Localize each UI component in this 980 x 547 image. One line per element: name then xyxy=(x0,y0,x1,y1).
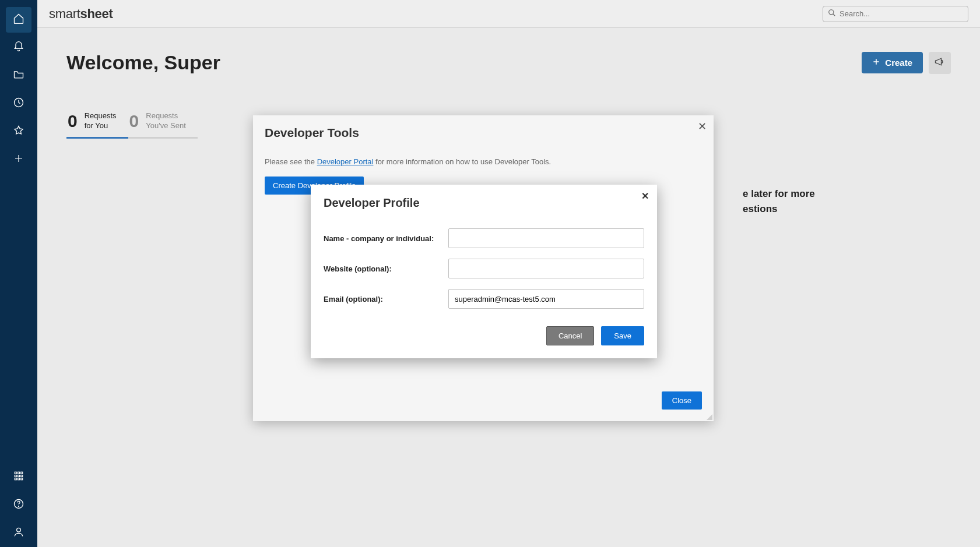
home-icon xyxy=(13,13,24,27)
search-icon xyxy=(828,9,836,19)
close-icon[interactable]: ✕ xyxy=(641,190,649,202)
svg-rect-5 xyxy=(18,475,20,477)
stat-label: Requests for You xyxy=(85,111,117,131)
sidebar-item-apps[interactable] xyxy=(6,464,31,490)
search-input[interactable] xyxy=(840,9,963,18)
save-button[interactable]: Save xyxy=(601,326,644,345)
developer-portal-link[interactable]: Developer Portal xyxy=(317,157,374,166)
sidebar-item-notifications[interactable] xyxy=(6,35,31,61)
svg-rect-6 xyxy=(21,475,23,477)
folder-icon xyxy=(13,69,24,83)
svg-rect-9 xyxy=(21,478,23,480)
svg-point-12 xyxy=(17,528,21,532)
email-field[interactable] xyxy=(448,289,644,309)
svg-point-11 xyxy=(19,506,19,507)
svg-rect-7 xyxy=(15,478,16,480)
website-field[interactable] xyxy=(448,259,644,278)
sidebar-item-help[interactable] xyxy=(6,492,31,518)
suggest-text-fragment: e later for more estions xyxy=(743,186,815,216)
sidebar-item-favorites[interactable] xyxy=(6,119,31,144)
sidebar-item-account[interactable] xyxy=(6,520,31,546)
announcements-button[interactable] xyxy=(929,52,951,74)
search-box[interactable] xyxy=(823,6,968,22)
sidebar-item-home[interactable] xyxy=(6,7,31,33)
close-icon[interactable]: ✕ xyxy=(698,120,707,133)
devtools-close-button[interactable]: Close xyxy=(662,391,702,410)
sidebar-item-recents[interactable] xyxy=(6,91,31,117)
plus-icon xyxy=(13,153,24,166)
svg-point-13 xyxy=(829,9,834,14)
help-icon xyxy=(13,498,24,512)
email-label: Email (optional): xyxy=(324,295,448,304)
bell-icon xyxy=(13,41,24,55)
clock-icon xyxy=(13,97,24,111)
star-icon xyxy=(13,125,24,139)
stat-count: 0 xyxy=(129,111,139,131)
create-button[interactable]: Create xyxy=(862,52,923,73)
tab-requests-for-you[interactable]: 0 Requests for You xyxy=(66,109,128,139)
person-icon xyxy=(13,526,24,540)
left-sidebar xyxy=(0,0,37,547)
plus-icon xyxy=(872,58,880,68)
name-field[interactable] xyxy=(448,228,644,248)
sidebar-item-add[interactable] xyxy=(6,147,31,172)
brand-logo: smartsheet xyxy=(49,6,113,22)
svg-rect-1 xyxy=(15,472,16,474)
resize-grip[interactable] xyxy=(705,413,712,420)
website-label: Website (optional): xyxy=(324,264,448,273)
devtools-description: Please see the Developer Portal for more… xyxy=(265,157,702,166)
page-title: Welcome, Super xyxy=(66,51,220,74)
svg-rect-8 xyxy=(18,478,20,480)
profile-title: Developer Profile xyxy=(324,196,644,210)
cancel-button[interactable]: Cancel xyxy=(546,326,594,345)
stat-count: 0 xyxy=(68,111,78,131)
stat-label: Requests You've Sent xyxy=(146,111,186,131)
developer-profile-modal: ✕ Developer Profile Name - company or in… xyxy=(311,185,657,358)
grid-icon xyxy=(13,471,24,484)
megaphone-icon xyxy=(934,56,946,70)
svg-rect-4 xyxy=(15,475,16,477)
create-button-label: Create xyxy=(885,58,912,68)
svg-rect-3 xyxy=(21,472,23,474)
top-bar: smartsheet xyxy=(37,0,980,28)
name-label: Name - company or individual: xyxy=(324,234,448,243)
tab-requests-sent[interactable]: 0 Requests You've Sent xyxy=(128,109,198,139)
svg-rect-2 xyxy=(18,472,20,474)
devtools-title: Developer Tools xyxy=(265,126,702,140)
sidebar-item-browse[interactable] xyxy=(6,63,31,89)
